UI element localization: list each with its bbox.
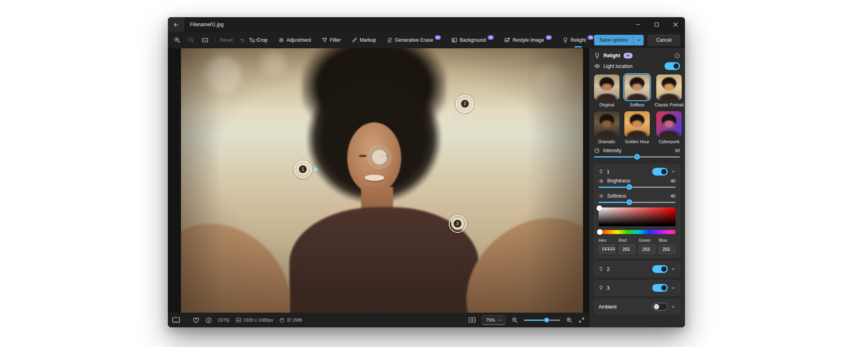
ambient-toggle[interactable]: [652, 303, 668, 311]
ambient-header[interactable]: Ambient: [599, 303, 676, 311]
hue-slider[interactable]: [599, 230, 676, 234]
reset-button[interactable]: Reset: [220, 37, 233, 43]
zoom-out-tool-button[interactable]: [187, 36, 196, 45]
preset-golden-hour[interactable]: Golden Hour: [624, 111, 650, 144]
chevron-down-icon[interactable]: [671, 286, 676, 290]
window-title: Filename01.jpg: [190, 22, 224, 27]
color-picker-thumb[interactable]: [597, 205, 602, 211]
close-button[interactable]: [666, 17, 685, 32]
preset-cyberpunk[interactable]: Cyberpunk: [655, 111, 684, 144]
preset-original[interactable]: Original: [594, 74, 619, 107]
file-size: 37.2MB: [287, 318, 302, 322]
zoom-in-button[interactable]: [566, 317, 572, 323]
light-marker-2[interactable]: 2: [456, 95, 474, 113]
tab-generative-erase[interactable]: Generative Erase AI: [387, 32, 441, 48]
ai-badge: AI: [488, 35, 494, 40]
tab-adjustment[interactable]: Adjustment: [278, 32, 311, 48]
softness-slider-thumb[interactable]: [626, 199, 632, 205]
light-direction-arrow-1[interactable]: [314, 167, 319, 172]
preset-softbox[interactable]: Softbox: [624, 74, 650, 107]
light-location-row: Light location: [594, 62, 680, 70]
file-info-button[interactable]: [206, 317, 212, 323]
tab-relight[interactable]: Relight AI: [563, 32, 594, 48]
favorite-heart-button[interactable]: [193, 317, 199, 323]
file-size-icon: [279, 318, 285, 323]
redo-button[interactable]: [251, 36, 260, 45]
fullscreen-button[interactable]: [579, 317, 585, 323]
filmstrip-toggle-button[interactable]: [172, 317, 180, 323]
edit-tabs: Crop Adjustment Filter Markup Generative…: [249, 32, 594, 48]
maximize-button[interactable]: [647, 17, 666, 32]
light-3-header[interactable]: 3: [599, 284, 676, 292]
relight-presets: Original Softbox Classic Portrait Dramat…: [594, 74, 680, 144]
zoom-in-tool-button[interactable]: [173, 36, 182, 45]
brightness-icon: [599, 178, 604, 184]
tab-background[interactable]: Background AI: [452, 32, 494, 48]
intensity-slider-thumb[interactable]: [634, 154, 640, 160]
zoom-slider[interactable]: [524, 320, 560, 321]
cancel-button[interactable]: Cancel: [648, 35, 680, 45]
tab-filter[interactable]: Filter: [322, 32, 341, 48]
zoom-out-button[interactable]: [512, 317, 518, 323]
canvas-background-toggle-button[interactable]: [468, 317, 476, 323]
editor-canvas: 1 2 3: [168, 48, 589, 313]
light-location-label: Light location: [604, 63, 633, 69]
ai-badge: AI: [588, 35, 594, 40]
ambient-label: Ambient: [599, 304, 617, 310]
light-1-toggle[interactable]: [652, 168, 668, 176]
save-options-button[interactable]: Save options: [594, 35, 633, 45]
restyle-image-icon: [504, 37, 510, 43]
softness-slider[interactable]: [599, 199, 676, 205]
intensity-slider[interactable]: [594, 154, 680, 160]
toolbar-divider: [215, 37, 215, 43]
light-3-label: 3: [607, 285, 610, 291]
toolbar: Reset Crop Adjustment Filter: [168, 32, 685, 48]
light-location-toggle[interactable]: [665, 62, 680, 70]
brightness-slider[interactable]: [599, 184, 676, 190]
minimize-button[interactable]: [628, 17, 647, 32]
light-center-indicator[interactable]: [368, 145, 391, 169]
red-label: Red: [619, 238, 635, 243]
fit-to-window-button[interactable]: [201, 36, 210, 45]
tab-restyle-image[interactable]: Restyle Image AI: [504, 32, 552, 48]
chevron-down-icon[interactable]: [671, 267, 676, 271]
light-1-header[interactable]: 1: [599, 168, 676, 176]
save-options-dropdown-button[interactable]: [633, 35, 644, 45]
undo-button[interactable]: [237, 36, 246, 45]
light-3-toggle[interactable]: [652, 284, 668, 292]
zoom-level-dropdown[interactable]: 75%: [482, 315, 506, 325]
filter-icon: [322, 37, 328, 43]
preset-classic-portrait[interactable]: Classic Portrait: [655, 74, 684, 107]
zoom-slider-thumb[interactable]: [544, 318, 549, 322]
light-2-toggle[interactable]: [652, 265, 668, 273]
tab-markup[interactable]: Markup: [351, 32, 376, 48]
dimensions-icon: [236, 318, 242, 322]
photos-app-window: Filename01.jpg Reset: [168, 17, 685, 327]
light-bulb-icon: [599, 266, 604, 272]
light-2-header[interactable]: 2: [599, 265, 676, 273]
hue-slider-thumb[interactable]: [597, 229, 603, 235]
hex-input[interactable]: [599, 244, 615, 254]
ambient-card: Ambient: [594, 299, 680, 314]
softness-value: 40: [671, 194, 676, 198]
preset-dramatic[interactable]: Dramatic: [594, 111, 619, 144]
intensity-value: 50: [675, 148, 680, 153]
blue-input[interactable]: [659, 244, 676, 254]
light-marker-1[interactable]: 1: [294, 160, 312, 178]
brightness-slider-thumb[interactable]: [626, 184, 632, 190]
green-input[interactable]: [639, 244, 656, 254]
red-input[interactable]: [619, 244, 635, 254]
light-marker-3[interactable]: 3: [449, 215, 467, 233]
photo-position-indicator: (3/75): [218, 318, 230, 322]
save-options-split-button: Save options: [594, 35, 643, 45]
background-icon: [452, 37, 457, 43]
brightness-label: Brightness: [607, 178, 631, 184]
chevron-up-icon[interactable]: [671, 169, 676, 174]
titlebar: Filename01.jpg: [168, 17, 685, 32]
relight-bulb-icon: [563, 37, 568, 43]
back-button[interactable]: [168, 17, 184, 32]
chevron-down-icon[interactable]: [671, 304, 676, 309]
intensity-icon: [594, 148, 600, 153]
info-icon[interactable]: [674, 53, 680, 59]
color-saturation-picker[interactable]: [599, 207, 676, 226]
